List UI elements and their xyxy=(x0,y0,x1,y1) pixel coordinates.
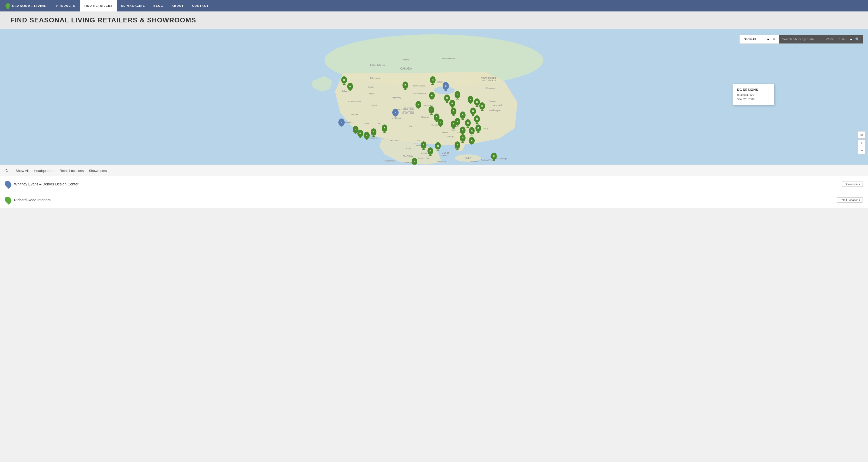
svg-text:R: R xyxy=(476,101,478,103)
page-header: FIND SEASONAL LIVING RETAILERS & SHOWROO… xyxy=(0,11,868,29)
svg-text:R: R xyxy=(432,79,434,81)
nav-items: PRODUCTS FIND RETAILERS SL MAGAZINE BLOG… xyxy=(52,0,213,11)
nav-item-contact[interactable]: CONTACT xyxy=(188,0,213,11)
location-button[interactable]: ⊕ xyxy=(858,131,865,138)
svg-text:R: R xyxy=(423,144,425,146)
result-item-left: Richard Read Interiors xyxy=(5,196,51,204)
svg-text:MEXICO: MEXICO xyxy=(403,154,413,157)
svg-text:Edmonton: Edmonton xyxy=(370,77,379,79)
svg-text:British Columbia: British Columbia xyxy=(370,64,385,66)
map-area[interactable]: CANADA UNITED STATES Gulf of Mexico CUBA… xyxy=(0,29,868,164)
svg-text:New Mexico: New Mexico xyxy=(390,139,401,142)
svg-text:North: North xyxy=(451,129,456,131)
svg-text:Missouri: Missouri xyxy=(421,116,429,118)
map-controls: Show All Headquarters Retail Locations S… xyxy=(739,35,863,44)
distance-select[interactable]: 5 mi 10 mi 25 mi 50 mi 100 mi xyxy=(838,37,853,41)
svg-text:R: R xyxy=(467,122,469,124)
nav-item-about[interactable]: ABOUT xyxy=(167,0,188,11)
svg-text:Washington: Washington xyxy=(489,109,501,112)
tab-retail-locations[interactable]: Retail Locations xyxy=(60,168,84,173)
svg-text:Boston: Boston xyxy=(489,100,496,102)
svg-text:Kan.: Kan. xyxy=(409,125,413,127)
svg-text:Texas: Texas xyxy=(405,147,411,150)
svg-text:R: R xyxy=(343,79,345,81)
svg-text:R: R xyxy=(360,132,361,135)
svg-text:Mexico: Mexico xyxy=(440,154,448,157)
svg-text:R: R xyxy=(457,144,459,146)
tab-show-all[interactable]: Show All xyxy=(16,168,29,173)
svg-text:Mexico City: Mexico City xyxy=(418,157,429,159)
result-item-left: Whitney Evans – Denver Design Center xyxy=(5,181,79,188)
map-popup: DC DESIGNS Bluefield, WV 304.325.7889 xyxy=(733,84,774,105)
zoom-out-button[interactable]: − xyxy=(858,147,865,154)
nav-item-products[interactable]: PRODUCTS xyxy=(52,0,80,11)
svg-text:R: R xyxy=(405,84,406,87)
svg-text:R: R xyxy=(446,97,448,99)
search-icon[interactable]: 🔍 xyxy=(855,37,860,41)
svg-text:R: R xyxy=(457,120,459,123)
svg-text:Phila.: Phila. xyxy=(484,128,489,130)
svg-text:Oregon: Oregon xyxy=(368,92,375,95)
svg-text:R: R xyxy=(471,129,473,132)
svg-text:R: R xyxy=(436,116,438,119)
svg-text:Wyoming: Wyoming xyxy=(392,96,401,99)
logo[interactable]: SEASONAL LIVING xyxy=(5,3,47,9)
svg-text:R: R xyxy=(349,85,351,88)
svg-text:R: R xyxy=(430,150,431,152)
svg-text:Nev.: Nev. xyxy=(365,122,369,125)
result-name: Richard Read Interiors xyxy=(14,198,51,202)
zoom-in-button[interactable]: + xyxy=(858,140,865,147)
svg-text:Nevada: Nevada xyxy=(351,113,358,116)
result-badge-retail[interactable]: Retail Locations xyxy=(837,197,863,203)
tab-showrooms[interactable]: Showrooms xyxy=(89,168,107,173)
table-row: Whitney Evans – Denver Design Center Sho… xyxy=(0,176,868,192)
svg-text:Guatemala: Guatemala xyxy=(384,160,395,162)
nav-item-find-retailers[interactable]: FIND RETAILERS xyxy=(80,0,117,11)
svg-text:R: R xyxy=(470,98,471,101)
svg-text:Georgia: Georgia xyxy=(447,135,455,138)
svg-text:R: R xyxy=(462,129,464,131)
retail-pin-icon xyxy=(5,196,11,204)
result-name: Whitney Evans – Denver Design Center xyxy=(14,182,79,186)
nav-item-blog[interactable]: BLOG xyxy=(149,0,167,11)
svg-text:Houston: Houston xyxy=(420,152,428,154)
logo-text: SEASONAL LIVING xyxy=(12,4,47,8)
tab-headquarters[interactable]: Headquarters xyxy=(34,168,55,173)
main-content: CANADA UNITED STATES Gulf of Mexico CUBA… xyxy=(0,29,868,208)
navigation: SEASONAL LIVING PRODUCTS FIND RETAILERS … xyxy=(0,0,868,11)
svg-text:Idaho: Idaho xyxy=(371,104,377,106)
svg-text:R: R xyxy=(471,139,473,142)
svg-text:Colorado: Colorado xyxy=(392,117,401,120)
svg-text:R: R xyxy=(414,160,415,163)
svg-text:Seattle: Seattle xyxy=(368,86,374,88)
filter-select[interactable]: Show All Headquarters Retail Locations S… xyxy=(743,37,770,41)
result-badge-showrooms[interactable]: Showrooms xyxy=(842,182,863,187)
refresh-icon[interactable]: ↻ xyxy=(5,168,10,173)
nav-item-sl-magazine[interactable]: SL MAGAZINE xyxy=(117,0,149,11)
svg-text:R: R xyxy=(457,93,459,96)
popup-name: DC DESIGNS xyxy=(737,88,770,92)
svg-text:New York: New York xyxy=(493,104,503,106)
svg-text:R: R xyxy=(453,123,455,126)
search-input[interactable] xyxy=(782,37,824,41)
svg-text:R: R xyxy=(355,128,356,131)
svg-text:R: R xyxy=(477,127,479,129)
svg-text:R: R xyxy=(431,109,432,111)
svg-text:Saskatchewan: Saskatchewan xyxy=(442,57,455,60)
svg-text:S: S xyxy=(445,85,446,87)
svg-text:S: S xyxy=(395,111,396,114)
table-row: Richard Read Interiors Retail Locations xyxy=(0,192,868,208)
svg-text:Havana: Havana xyxy=(470,160,478,162)
svg-text:R: R xyxy=(493,155,495,158)
filter-dropdown[interactable]: Show All Headquarters Retail Locations S… xyxy=(739,35,779,44)
svg-text:North Dakota: North Dakota xyxy=(413,85,426,87)
svg-text:Atlanta: Atlanta xyxy=(442,131,448,134)
svg-text:R: R xyxy=(384,127,385,129)
svg-text:Gulf of: Gulf of xyxy=(442,152,449,154)
svg-text:Utah: Utah xyxy=(377,122,381,125)
page-title: FIND SEASONAL LIVING RETAILERS & SHOWROO… xyxy=(10,16,858,24)
svg-text:STATES: STATES xyxy=(402,111,414,115)
svg-text:R: R xyxy=(462,137,464,139)
svg-text:R: R xyxy=(417,103,420,106)
svg-text:and Labrador: and Labrador xyxy=(482,79,496,82)
